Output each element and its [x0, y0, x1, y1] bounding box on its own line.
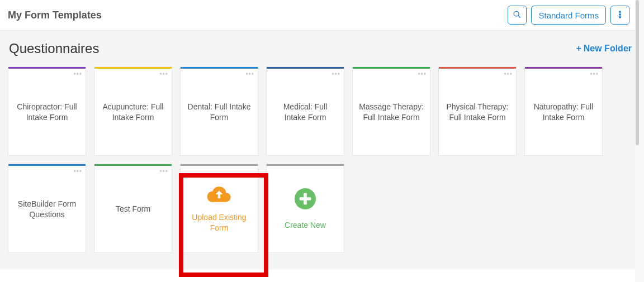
card-label: Chiropractor: Full Intake Form — [8, 69, 86, 155]
search-button[interactable] — [508, 6, 527, 25]
card-label: Massage Therapy: Full Intake Form — [353, 69, 430, 155]
upload-existing-form-card-label: Upload Existing Form — [186, 212, 252, 233]
new-folder-button[interactable]: + New Folder — [576, 44, 632, 54]
card-menu-icon[interactable]: ••• — [73, 168, 82, 175]
create-new-card-label: Create New — [285, 220, 326, 231]
plus-icon: + — [576, 44, 581, 54]
section-head: Questionnaires + New Folder — [8, 41, 632, 56]
card-body: Upload Existing Form — [181, 166, 258, 252]
questionnaires-section: Questionnaires + New Folder •••Chiroprac… — [0, 31, 640, 270]
card-body: Create New — [267, 166, 344, 252]
form-card[interactable]: •••Physical Therapy: Full Intake Form — [438, 66, 517, 156]
card-label: Medical: Full Intake Form — [267, 69, 344, 155]
form-card[interactable]: •••Test Form — [94, 164, 172, 253]
svg-rect-7 — [300, 197, 311, 200]
card-label: Physical Therapy: Full Intake Form — [439, 69, 516, 155]
scrollbar-thumb[interactable] — [636, 0, 639, 145]
svg-line-1 — [518, 16, 520, 17]
topbar: My Form Templates Standard Forms — [0, 0, 640, 31]
svg-point-2 — [619, 11, 621, 13]
page-title: My Form Templates — [8, 9, 102, 21]
vertical-scrollbar[interactable] — [635, 0, 640, 282]
card-label: Dental: Full Intake Form — [181, 69, 258, 155]
create-new-card[interactable]: Create New — [266, 164, 344, 253]
search-icon — [513, 10, 522, 21]
section-title: Questionnaires — [9, 41, 99, 56]
card-menu-icon[interactable]: ••• — [418, 70, 427, 78]
standard-forms-button[interactable]: Standard Forms — [531, 6, 606, 25]
svg-point-4 — [619, 16, 621, 18]
card-menu-icon[interactable]: ••• — [245, 70, 254, 78]
more-options-button[interactable] — [610, 6, 629, 25]
card-menu-icon[interactable]: ••• — [590, 70, 599, 78]
card-menu-icon[interactable]: ••• — [332, 70, 340, 78]
form-card[interactable]: •••Dental: Full Intake Form — [180, 66, 258, 156]
form-card[interactable]: •••Naturopathy: Full Intake Form — [524, 66, 603, 156]
new-folder-label: New Folder — [584, 44, 632, 54]
card-menu-icon[interactable]: ••• — [73, 70, 82, 78]
card-label: SiteBuilder Form Questions — [8, 166, 86, 252]
card-menu-icon[interactable]: ••• — [159, 70, 168, 78]
template-grid: •••Chiropractor: Full Intake Form•••Acup… — [8, 66, 632, 253]
card-label: Test Form — [94, 166, 172, 252]
form-card[interactable]: •••SiteBuilder Form Questions — [8, 164, 86, 253]
form-card[interactable]: •••Acupuncture: Full Intake Form — [94, 66, 172, 156]
card-label: Acupuncture: Full Intake Form — [94, 69, 172, 155]
cloud-upload-icon — [207, 185, 231, 207]
form-card[interactable]: •••Chiropractor: Full Intake Form — [8, 66, 86, 156]
upload-existing-form-card[interactable]: Upload Existing Form — [180, 164, 258, 253]
kebab-icon — [615, 10, 624, 21]
plus-circle-icon — [295, 188, 316, 212]
top-actions: Standard Forms — [508, 6, 629, 25]
card-menu-icon[interactable]: ••• — [504, 70, 513, 78]
form-card[interactable]: •••Massage Therapy: Full Intake Form — [352, 66, 430, 156]
card-menu-icon[interactable]: ••• — [159, 168, 168, 175]
form-card[interactable]: •••Medical: Full Intake Form — [266, 66, 344, 156]
card-label: Naturopathy: Full Intake Form — [525, 69, 602, 155]
svg-point-3 — [619, 13, 621, 15]
